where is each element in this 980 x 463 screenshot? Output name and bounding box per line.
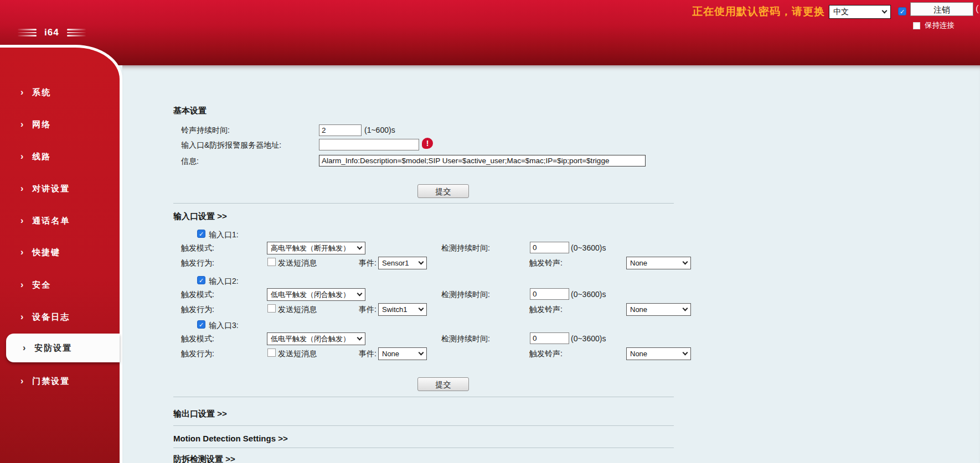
keep-alive-row: 保持连接 [913, 20, 955, 30]
event-select[interactable]: None [378, 347, 427, 360]
chevron-right-icon: › [20, 281, 23, 289]
settings-panel: 基本设置 铃声持续时间: (1~600)s 输入口&防拆报警服务器地址: ! 信… [122, 65, 980, 463]
chevron-right-icon: › [23, 344, 25, 352]
trigger-mode-label: 触发模式: [181, 290, 214, 300]
chevron-right-icon: › [20, 185, 23, 193]
send-sms-label: 发送短消息 [278, 305, 317, 315]
input-port-enable-checkbox[interactable]: ✓ [197, 276, 205, 284]
trigger-ring-select[interactable]: None [626, 347, 691, 360]
detect-duration-range: (0~3600)s [571, 243, 606, 252]
chevron-down-icon [683, 306, 688, 311]
detect-duration-range: (0~3600)s [571, 290, 606, 299]
input-port-enable-checkbox[interactable]: ✓ [197, 230, 205, 238]
chevron-down-icon [357, 244, 363, 250]
logo-speed-lines-left [18, 29, 37, 37]
trigger-ring-label: 触发铃声: [529, 258, 563, 268]
section-divider [173, 397, 674, 397]
sidebar-item-call-list[interactable]: › 通话名单 [0, 215, 120, 227]
logout-button[interactable]: 注销 [910, 2, 973, 16]
sidebar-item-label: 门禁设置 [32, 376, 70, 387]
language-apply-checkbox[interactable]: ✓ [898, 7, 906, 15]
sidebar-item-security-settings-active[interactable]: › 安防设置 [6, 334, 120, 362]
trigger-mode-select[interactable]: 低电平触发（闭合触发） [267, 332, 365, 345]
trigger-action-label: 触发行为: [181, 349, 214, 359]
sidebar-item-line[interactable]: › 线路 [0, 150, 120, 163]
basic-submit-button[interactable]: 提交 [417, 184, 469, 198]
chevron-down-icon [683, 350, 688, 356]
ring-duration-range: (1~600)s [364, 126, 395, 134]
input-port-block-1: ✓ 输入口1: 触发模式: 高电平触发（断开触发） 检测持续时间: (0~360… [122, 230, 831, 270]
chevron-down-icon [419, 306, 424, 311]
sidebar-item-label: 通话名单 [32, 216, 70, 226]
trigger-mode-label: 触发模式: [181, 334, 214, 344]
detect-duration-label: 检测持续时间: [441, 243, 490, 253]
tamper-detection-settings-title[interactable]: 防拆检测设置 >> [173, 454, 235, 463]
output-port-settings-title[interactable]: 输出口设置 >> [173, 409, 227, 419]
alarm-server-label: 输入口&防拆报警服务器地址: [181, 141, 281, 150]
input-port-submit-button[interactable]: 提交 [417, 377, 469, 391]
sidebar-item-system[interactable]: › 系统 [0, 86, 120, 98]
input-port-settings-title: 输入口设置 >> [173, 211, 227, 222]
detect-duration-input[interactable] [530, 332, 569, 344]
alarm-server-input[interactable] [319, 139, 419, 150]
sidebar-item-device-log[interactable]: › 设备日志 [0, 311, 120, 323]
sidebar-item-door-access-settings[interactable]: › 门禁设置 [0, 375, 120, 387]
keep-alive-checkbox[interactable] [913, 22, 920, 29]
trigger-mode-select[interactable]: 高电平触发（断开触发） [267, 242, 365, 254]
detect-duration-input[interactable] [530, 288, 569, 300]
default-password-warning: 正在使用默认密码，请更换 [692, 4, 825, 19]
message-input[interactable] [319, 155, 646, 167]
trigger-ring-select[interactable]: None [626, 303, 691, 316]
trigger-ring-select[interactable]: None [626, 257, 691, 269]
detect-duration-label: 检测持续时间: [441, 290, 490, 300]
input-port-block-2: ✓ 输入口2: 触发模式: 低电平触发（闭合触发） 检测持续时间: (0~360… [122, 276, 831, 317]
send-sms-checkbox[interactable] [267, 258, 276, 266]
send-sms-label: 发送短消息 [278, 258, 317, 268]
message-label: 信息: [181, 157, 199, 167]
trigger-ring-label: 触发铃声: [529, 349, 563, 359]
trigger-mode-select[interactable]: 低电平触发（闭合触发） [267, 288, 365, 301]
sidebar-item-security[interactable]: › 安全 [0, 279, 120, 291]
chevron-right-icon: › [20, 377, 23, 385]
detect-duration-range: (0~3600)s [571, 334, 606, 343]
chevron-down-icon [683, 259, 688, 265]
event-label: 事件: [359, 305, 376, 315]
send-sms-checkbox[interactable] [267, 348, 276, 357]
top-banner: i64 正在使用默认密码，请更换 中文 ✓ 注销 ( 保持连接 [0, 0, 980, 65]
detect-duration-input[interactable] [530, 242, 569, 253]
motion-detection-settings-title[interactable]: Motion Detection Settings >> [173, 434, 288, 443]
sidebar-item-function-key[interactable]: › 快捷键 [0, 246, 120, 258]
sidebar-item-network[interactable]: › 网络 [0, 118, 120, 131]
ring-duration-label: 铃声持续时间: [181, 126, 230, 136]
send-sms-checkbox[interactable] [267, 304, 276, 313]
logo: i64 [18, 27, 86, 39]
sidebar-item-label: 网络 [32, 119, 51, 130]
sidebar-item-label: 系统 [32, 87, 51, 98]
chevron-right-icon: › [20, 121, 23, 128]
event-select[interactable]: Sensor1 [378, 257, 427, 269]
language-select-value: 中文 [833, 7, 849, 17]
send-sms-label: 发送短消息 [278, 349, 317, 359]
input-port-enable-label: 输入口3: [209, 321, 239, 331]
sidebar-nav: › 系统 › 网络 › 线路 › 对讲设置 › 通话名单 › 快捷键 › 安全 … [0, 45, 122, 463]
clipped-text-fragment: ( [976, 3, 979, 14]
event-select[interactable]: Switch1 [378, 303, 427, 316]
chevron-right-icon: › [20, 217, 23, 225]
input-port-block-3: ✓ 输入口3: 触发模式: 低电平触发（闭合触发） 检测持续时间: (0~360… [122, 320, 831, 361]
section-divider [173, 425, 674, 426]
detect-duration-label: 检测持续时间: [441, 334, 490, 344]
sidebar-item-label: 设备日志 [32, 312, 70, 322]
chevron-right-icon: › [20, 248, 23, 256]
input-port-enable-label: 输入口2: [209, 277, 239, 287]
language-select[interactable]: 中文 [829, 5, 891, 19]
sidebar-item-intercom-settings[interactable]: › 对讲设置 [0, 183, 120, 195]
chevron-right-icon: › [20, 153, 23, 160]
ring-duration-input[interactable] [319, 124, 362, 136]
trigger-mode-label: 触发模式: [181, 243, 214, 253]
event-label: 事件: [359, 349, 376, 359]
event-label: 事件: [359, 258, 376, 268]
chevron-down-icon [357, 335, 363, 341]
sidebar-item-label: 快捷键 [32, 247, 60, 258]
input-port-enable-checkbox[interactable]: ✓ [197, 320, 205, 329]
chevron-down-icon [419, 259, 424, 265]
